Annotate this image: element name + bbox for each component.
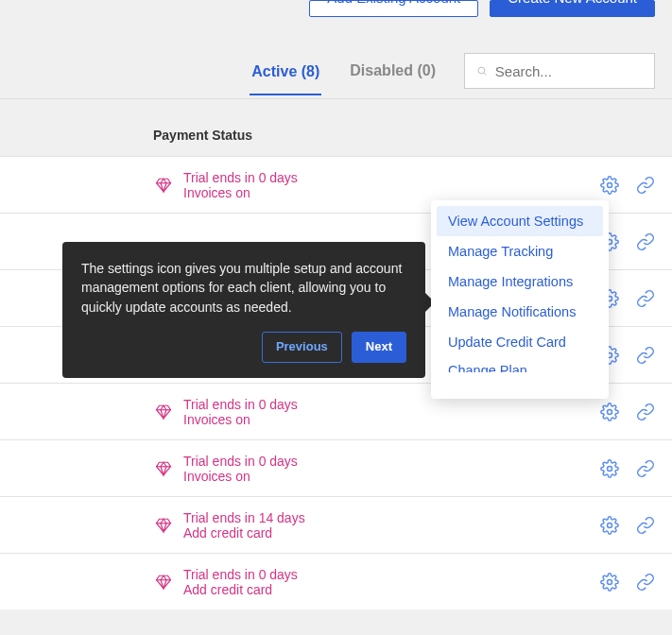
- table-row: Trial ends in 14 daysAdd credit card: [0, 496, 672, 553]
- create-new-label: Create New Account: [508, 0, 637, 5]
- row-actions: [600, 176, 655, 195]
- payment-status-cell: Trial ends in 0 daysAdd credit card: [183, 567, 600, 597]
- link-icon[interactable]: [636, 289, 655, 308]
- payment-status-line1: Trial ends in 0 days: [183, 454, 600, 469]
- diamond-icon: [153, 403, 174, 420]
- payment-status-cell: Trial ends in 14 daysAdd credit card: [183, 510, 600, 541]
- dropdown-item[interactable]: Update Credit Card: [437, 327, 603, 357]
- dropdown-item[interactable]: Manage Notifications: [437, 297, 603, 327]
- table-row: Trial ends in 0 daysInvoices on: [0, 439, 672, 496]
- svg-line-1: [484, 73, 486, 75]
- payment-status-line2: Invoices on: [183, 412, 600, 427]
- payment-status-line2: Add credit card: [183, 525, 600, 541]
- tour-text: The settings icon gives you multiple set…: [81, 259, 406, 317]
- tour-next-button[interactable]: Next: [352, 332, 406, 363]
- payment-status-line1: Trial ends in 0 days: [183, 170, 600, 185]
- settings-dropdown: View Account SettingsManage TrackingMana…: [431, 200, 609, 399]
- link-icon[interactable]: [636, 573, 655, 592]
- diamond-icon: [153, 574, 174, 591]
- gear-icon[interactable]: [600, 403, 619, 421]
- svg-point-2: [608, 182, 612, 187]
- dropdown-item[interactable]: Manage Integrations: [437, 266, 603, 297]
- add-existing-account-button[interactable]: Add Existing Account: [309, 0, 478, 17]
- svg-point-0: [478, 67, 485, 74]
- row-actions: [600, 459, 655, 478]
- link-icon[interactable]: [636, 403, 655, 421]
- link-icon[interactable]: [636, 232, 655, 251]
- gear-icon[interactable]: [600, 176, 619, 195]
- search-input-wrap[interactable]: [464, 53, 655, 89]
- dropdown-item[interactable]: View Account Settings: [437, 206, 603, 236]
- payment-status-cell: Trial ends in 0 daysInvoices on: [183, 170, 600, 200]
- dropdown-item[interactable]: Manage Tracking: [437, 236, 603, 266]
- create-new-account-button[interactable]: Create New Account: [490, 0, 655, 17]
- row-actions: [600, 573, 655, 592]
- gear-icon[interactable]: [600, 516, 619, 535]
- link-icon[interactable]: [636, 516, 655, 535]
- svg-point-8: [608, 523, 612, 527]
- payment-status-line1: Trial ends in 0 days: [183, 567, 600, 582]
- payment-status-line1: Trial ends in 14 days: [183, 510, 600, 525]
- link-icon[interactable]: [636, 459, 655, 478]
- add-existing-label: Add Existing Account: [327, 0, 460, 5]
- diamond-icon: [153, 517, 174, 534]
- search-input[interactable]: [495, 54, 654, 88]
- row-actions: [600, 403, 655, 421]
- svg-point-9: [608, 579, 612, 584]
- payment-status-line2: Invoices on: [183, 185, 600, 200]
- diamond-icon: [153, 177, 174, 194]
- tab-disabled[interactable]: Disabled (0): [348, 57, 438, 85]
- row-actions: [600, 516, 655, 535]
- tour-previous-button[interactable]: Previous: [262, 332, 342, 363]
- column-header-payment-status: Payment Status: [0, 99, 672, 156]
- search-icon: [476, 64, 488, 77]
- diamond-icon: [153, 460, 174, 477]
- link-icon[interactable]: [636, 346, 655, 365]
- svg-point-6: [608, 409, 612, 414]
- svg-point-7: [608, 466, 612, 471]
- payment-status-line2: Add credit card: [183, 582, 600, 597]
- gear-icon[interactable]: [600, 459, 619, 478]
- payment-status-cell: Trial ends in 0 daysInvoices on: [183, 454, 600, 484]
- payment-status-cell: Trial ends in 0 daysInvoices on: [183, 397, 600, 427]
- table-row: Trial ends in 0 daysAdd credit card: [0, 553, 672, 609]
- tab-active[interactable]: Active (8): [250, 58, 321, 95]
- tour-popover: The settings icon gives you multiple set…: [62, 242, 425, 378]
- link-icon[interactable]: [636, 176, 655, 195]
- payment-status-line2: Invoices on: [183, 469, 600, 484]
- gear-icon[interactable]: [600, 573, 619, 592]
- dropdown-item[interactable]: Change Plan: [437, 357, 603, 372]
